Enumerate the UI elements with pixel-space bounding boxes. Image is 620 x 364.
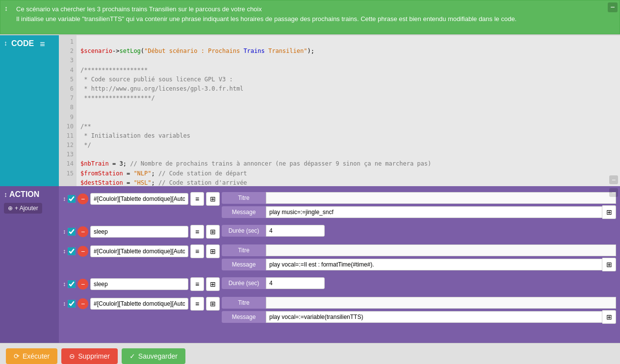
execute-button[interactable]: ⟳ Exécuter [6, 348, 57, 364]
row3-right-fields: Titre Message ⊞ [222, 244, 616, 271]
banner-content: Ce scénario va chercher les 3 prochains … [6, 4, 614, 24]
delete-icon: ⊖ [69, 352, 75, 360]
info-banner: ↕ Ce scénario va chercher les 3 prochain… [0, 0, 620, 34]
add-label: + Ajouter [15, 205, 38, 212]
row3-message-row: Message ⊞ [222, 258, 616, 271]
row1-options-button[interactable]: ≡ [190, 192, 204, 206]
banner-arrow-icon: ↕ [4, 4, 8, 12]
row5-message-row: Message ⊞ [222, 310, 616, 324]
execute-label: Exécuter [23, 352, 50, 360]
save-button[interactable]: ✓ Sauvegarder [122, 348, 185, 364]
code-header: ↕ CODE ≡ [0, 35, 59, 186]
action-title-row: ↕ ACTION [4, 190, 39, 199]
row5-device-input[interactable] [90, 298, 188, 310]
row2-copy-button[interactable]: ⊞ [206, 225, 220, 239]
row5-options-button[interactable]: ≡ [190, 297, 204, 311]
row2-sleep-input[interactable] [90, 226, 188, 238]
row2-remove-button[interactable]: − [78, 226, 88, 237]
row1-titre-label: Titre [222, 192, 266, 204]
row4-duree-input[interactable] [266, 277, 325, 289]
delete-button[interactable]: ⊖ Supprimer [61, 348, 118, 364]
banner-line2: Il initialise une variable "transilienTT… [16, 14, 614, 24]
code-editor[interactable]: 12345 678910 1112131415 $scenario->setLo… [59, 35, 620, 186]
row2-sort-icon[interactable]: ↕ [63, 228, 66, 235]
action-section: ↕ ACTION ⊕ + Ajouter ↕ − ≡ ⊞ [0, 186, 620, 343]
row3-checkbox[interactable] [68, 247, 76, 255]
row5-copy-button[interactable]: ⊞ [206, 297, 220, 311]
row2-duree-input[interactable] [266, 225, 325, 237]
code-title: CODE [11, 39, 34, 48]
banner-collapse-button[interactable]: − [608, 2, 618, 12]
action-row-1: ↕ − ≡ ⊞ Titre Message ⊞ [63, 190, 616, 221]
row1-message-input[interactable] [266, 206, 602, 218]
row4-right-fields: Durée (sec) [222, 277, 616, 289]
row5-remove-button[interactable]: − [78, 298, 88, 309]
row3-titre-input[interactable] [266, 244, 616, 256]
code-menu-icon[interactable]: ≡ [40, 39, 45, 49]
row3-titre-row: Titre [222, 244, 616, 256]
row5-left: ↕ − ≡ ⊞ [63, 297, 220, 311]
row5-checkbox[interactable] [68, 300, 76, 308]
row4-remove-button[interactable]: − [78, 279, 88, 290]
row3-left: ↕ − ≡ ⊞ [63, 244, 220, 258]
row4-options-button[interactable]: ≡ [190, 277, 204, 291]
row1-copy-button[interactable]: ⊞ [206, 192, 220, 206]
action-row-2: ↕ − ≡ ⊞ Durée (sec) [63, 223, 616, 241]
row5-message-label: Message [222, 311, 266, 323]
row3-device-input[interactable] [90, 245, 188, 257]
row5-right-fields: Titre Message ⊞ [222, 297, 616, 324]
row3-message-input[interactable] [266, 259, 602, 270]
save-icon: ✓ [129, 352, 135, 360]
row2-checkbox[interactable] [68, 228, 76, 236]
row5-titre-label: Titre [222, 297, 266, 309]
row2-options-button[interactable]: ≡ [190, 225, 204, 239]
line-numbers: 12345 678910 1112131415 [59, 35, 77, 186]
row5-message-input[interactable] [266, 311, 602, 323]
code-arrow-icon: ↕ [4, 39, 7, 47]
action-header: ↕ ACTION ⊕ + Ajouter [0, 186, 59, 343]
action-row-4: ↕ − ≡ ⊞ Durée (sec) [63, 275, 616, 293]
row1-sort-icon[interactable]: ↕ [63, 195, 66, 202]
action-row-5: ↕ − ≡ ⊞ Titre Message ⊞ [63, 295, 616, 326]
execute-icon: ⟳ [14, 352, 20, 360]
row3-copy-button[interactable]: ⊞ [206, 244, 220, 258]
row4-duree-label: Durée (sec) [222, 277, 266, 289]
row3-options-button[interactable]: ≡ [190, 244, 204, 258]
row4-copy-button[interactable]: ⊞ [206, 277, 220, 291]
row3-titre-label: Titre [222, 244, 266, 256]
code-section: ↕ CODE ≡ 12345 678910 1112131415 $scenar… [0, 34, 620, 186]
row5-message-icon-button[interactable]: ⊞ [602, 310, 616, 324]
row1-remove-button[interactable]: − [78, 194, 88, 204]
row2-duree-label: Durée (sec) [222, 225, 266, 237]
row3-sort-icon[interactable]: ↕ [63, 248, 66, 255]
banner-line1: Ce scénario va chercher les 3 prochains … [16, 4, 614, 14]
row3-remove-button[interactable]: − [78, 246, 88, 257]
code-text: $scenario->setLog("Début scénario : Proc… [77, 35, 620, 186]
save-label: Sauvegarder [138, 352, 178, 360]
row5-titre-input[interactable] [266, 297, 616, 309]
footer: ⟳ Exécuter ⊖ Supprimer ✓ Sauvegarder [0, 343, 620, 364]
action-collapse-button[interactable]: − [609, 188, 618, 197]
code-collapse-button[interactable]: − [609, 175, 618, 184]
add-action-button[interactable]: ⊕ + Ajouter [4, 203, 42, 214]
row4-checkbox[interactable] [68, 280, 76, 288]
row1-right-fields: Titre Message ⊞ [222, 192, 616, 219]
row1-left: ↕ − ≡ ⊞ [63, 192, 220, 206]
row4-sort-icon[interactable]: ↕ [63, 281, 66, 288]
row5-sort-icon[interactable]: ↕ [63, 300, 66, 307]
row1-device-input[interactable] [90, 193, 188, 205]
row4-duree-row: Durée (sec) [222, 277, 616, 289]
row5-titre-row: Titre [222, 297, 616, 309]
row1-checkbox[interactable] [68, 195, 76, 203]
row3-message-icon-button[interactable]: ⊞ [602, 258, 616, 271]
action-arrow-icon: ↕ [4, 191, 7, 198]
row2-left: ↕ − ≡ ⊞ [63, 225, 220, 239]
action-row-3: ↕ − ≡ ⊞ Titre Message ⊞ [63, 243, 616, 273]
row1-message-icon-button[interactable]: ⊞ [602, 205, 616, 219]
code-content: 12345 678910 1112131415 $scenario->setLo… [59, 35, 620, 186]
row4-sleep-input[interactable] [90, 278, 188, 290]
delete-label: Supprimer [78, 352, 110, 360]
add-icon: ⊕ [8, 205, 13, 212]
row4-left: ↕ − ≡ ⊞ [63, 277, 220, 291]
row1-titre-input[interactable] [266, 192, 616, 204]
